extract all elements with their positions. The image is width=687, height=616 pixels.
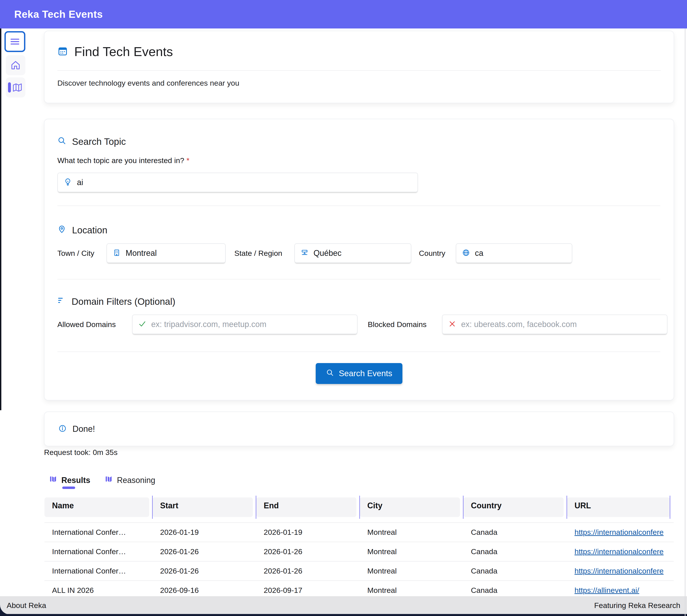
column-header-url: URL	[567, 498, 670, 517]
column-separator	[256, 496, 256, 519]
column-header-end: End	[256, 498, 357, 517]
sidebar-item-map[interactable]	[6, 78, 25, 97]
app-header: Reka Tech Events	[0, 0, 687, 28]
x-icon	[448, 320, 456, 329]
page-subtitle: Discover technology events and conferenc…	[58, 79, 239, 87]
event-end: 2026-01-26	[256, 547, 360, 556]
location-heading: Location	[58, 225, 107, 236]
lightbulb-icon	[64, 178, 72, 187]
city-label: Town / City	[58, 243, 94, 263]
column-separator	[152, 496, 153, 519]
home-icon	[10, 60, 21, 71]
topic-field	[58, 173, 418, 192]
event-start: 2026-09-16	[153, 586, 256, 595]
search-icon	[326, 369, 334, 379]
event-name: International Confer…	[44, 528, 153, 536]
allowed-domains-input[interactable]	[151, 320, 357, 329]
allowed-domains-field	[132, 314, 358, 334]
hamburger-icon	[9, 36, 21, 47]
calendar-icon	[58, 46, 68, 58]
event-url-link[interactable]: https://internationalconfere	[574, 547, 674, 556]
country-input[interactable]	[475, 248, 572, 258]
bottom-edge-strip	[0, 614, 687, 616]
search-topic-input[interactable]	[77, 178, 417, 187]
domain-filters-heading: Domain Filters (Optional)	[58, 296, 176, 307]
search-topic-heading: Search Topic	[58, 136, 126, 147]
footer-featuring: Featuring Reka Research	[594, 601, 680, 610]
divider	[58, 351, 660, 352]
column-separator	[670, 496, 670, 519]
blocked-domains-label: Blocked Domains	[368, 314, 427, 335]
region-sign-icon	[301, 249, 308, 258]
map-icon	[12, 82, 23, 93]
check-icon	[138, 320, 146, 329]
required-asterisk: *	[186, 156, 189, 165]
page-scrollbar[interactable]	[685, 28, 685, 616]
event-end: 2026-01-26	[256, 567, 360, 575]
event-end: 2026-09-17	[256, 586, 360, 595]
tab-reasoning[interactable]: Reasoning	[105, 475, 155, 486]
page-title: Find Tech Events	[74, 44, 173, 59]
event-name: International Confer…	[44, 567, 153, 575]
table-row: International Confer… 2026-01-26 2026-01…	[44, 542, 674, 562]
column-header-country: Country	[463, 498, 564, 517]
left-edge-strip	[0, 28, 1, 410]
event-city: Montreal	[360, 528, 463, 536]
table-row: International Confer… 2026-01-19 2026-01…	[44, 523, 674, 542]
topic-label: What tech topic are you interested in? *	[58, 156, 189, 165]
country-field	[456, 243, 572, 263]
country-label: Country	[419, 243, 445, 263]
column-separator	[567, 496, 567, 519]
results-table: Name Start End City Country URL Internat…	[44, 498, 674, 600]
event-url-link[interactable]: https://internationalconfere	[574, 528, 674, 536]
page: Reka Tech Events	[0, 0, 687, 616]
info-icon	[58, 424, 67, 434]
event-end: 2026-01-19	[256, 528, 360, 536]
event-url-link[interactable]: https://allinevent.ai/	[574, 586, 674, 595]
request-duration: Request took: 0m 35s	[44, 448, 118, 457]
status-message: Done!	[72, 424, 95, 434]
event-country: Canada	[463, 586, 567, 595]
table-header-row: Name Start End City Country URL	[44, 498, 674, 517]
event-country: Canada	[463, 567, 567, 575]
city-input[interactable]	[125, 248, 225, 258]
event-url-link[interactable]: https://internationalconfere	[574, 567, 674, 575]
filter-icon	[58, 296, 66, 307]
region-label: State / Region	[234, 243, 282, 263]
search-form-card: Search Topic What tech topic are you int…	[44, 119, 674, 400]
event-name: ALL IN 2026	[44, 586, 153, 595]
region-field	[294, 243, 411, 263]
divider	[58, 279, 660, 280]
globe-icon	[462, 249, 470, 258]
tab-results[interactable]: Results	[49, 475, 90, 486]
event-start: 2026-01-26	[153, 547, 256, 556]
reka-logo-icon	[105, 475, 114, 486]
building-icon	[113, 249, 121, 258]
event-city: Montreal	[360, 567, 463, 575]
column-separator	[359, 496, 360, 519]
blocked-domains-input[interactable]	[461, 320, 667, 329]
sidebar-menu-button[interactable]	[4, 31, 25, 52]
column-header-name: Name	[44, 498, 149, 517]
search-icon	[58, 136, 66, 147]
active-tab-indicator	[62, 486, 75, 489]
event-start: 2026-01-26	[153, 567, 256, 575]
event-name: International Confer…	[44, 547, 153, 556]
search-events-button[interactable]: Search Events	[316, 363, 403, 384]
blocked-domains-field	[442, 314, 667, 334]
column-header-start: Start	[153, 498, 253, 517]
event-city: Montreal	[360, 586, 463, 595]
event-country: Canada	[463, 547, 567, 556]
footer-about: About Reka	[7, 601, 46, 610]
divider	[58, 205, 660, 206]
results-tabs: Results Reasoning	[49, 475, 155, 486]
table-body: International Confer… 2026-01-19 2026-01…	[44, 522, 674, 600]
sidebar-item-home[interactable]	[6, 55, 25, 75]
status-card: Done!	[44, 412, 674, 446]
table-row: International Confer… 2026-01-26 2026-01…	[44, 562, 674, 581]
event-city: Montreal	[360, 547, 463, 556]
app-title: Reka Tech Events	[14, 8, 103, 20]
divider	[58, 70, 661, 71]
region-input[interactable]	[314, 248, 411, 258]
hero-card: Find Tech Events Discover technology eve…	[44, 31, 674, 103]
